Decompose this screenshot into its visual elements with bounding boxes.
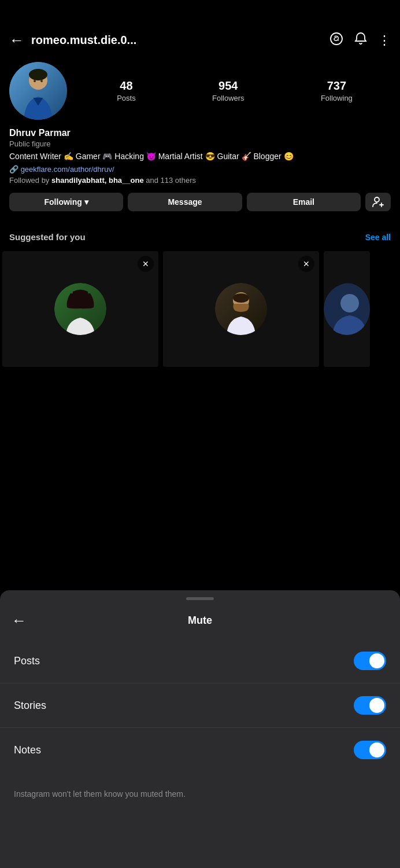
suggested-avatar-3 <box>324 283 370 335</box>
following-label: Following <box>321 94 353 102</box>
profile-name: Dhruv Parmar <box>9 128 391 138</box>
top-nav: ← romeo.must.die.0... ⋮ <box>0 25 400 55</box>
sheet-back-button[interactable]: ← <box>12 612 27 630</box>
followed-by-rest: and 113 others <box>146 176 196 185</box>
following-count: 737 <box>327 79 346 93</box>
following-button[interactable]: Following ▾ <box>9 193 123 211</box>
page-wrapper: ← romeo.must.die.0... ⋮ <box>0 0 400 868</box>
mute-posts-toggle[interactable] <box>354 652 386 670</box>
svg-point-7 <box>375 197 379 202</box>
chevron-down-icon: ▾ <box>84 197 88 207</box>
handle-bar <box>186 597 214 600</box>
back-icon[interactable]: ← <box>9 31 24 49</box>
suggested-avatar-2 <box>215 283 267 335</box>
mute-stories-row: Stories <box>0 683 400 728</box>
profile-section: 48 Posts 954 Followers 737 Following Dhr… <box>0 55 400 227</box>
mute-stories-slider <box>354 696 386 715</box>
add-person-button[interactable] <box>365 193 391 211</box>
mute-notes-slider <box>354 741 386 759</box>
mute-posts-slider <box>354 652 386 670</box>
svg-point-5 <box>34 80 36 82</box>
more-icon[interactable]: ⋮ <box>378 33 391 48</box>
notification-icon[interactable] <box>354 32 368 49</box>
suggested-card-2: ✕ <box>163 251 319 367</box>
profile-bio: Content Writer ✍️ Gamer 🎮 Hacking 😈 Mart… <box>9 150 391 163</box>
suggested-card-1-image: ✕ <box>2 251 158 367</box>
stat-followers[interactable]: 954 Followers <box>212 79 245 102</box>
avatar-image <box>9 62 67 120</box>
mute-notes-label: Notes <box>14 744 41 756</box>
following-label: Following <box>45 197 82 207</box>
threads-icon[interactable] <box>329 32 343 49</box>
mute-posts-row: Posts <box>0 639 400 683</box>
stat-posts[interactable]: 48 Posts <box>117 79 136 102</box>
mute-stories-label: Stories <box>14 700 46 712</box>
sheet-header: ← Mute <box>0 605 400 639</box>
stats: 48 Posts 954 Followers 737 Following <box>79 79 391 102</box>
suggested-card-2-image: ✕ <box>163 251 319 367</box>
status-bar <box>0 0 400 25</box>
email-button[interactable]: Email <box>247 193 361 211</box>
svg-point-12 <box>233 293 249 303</box>
mute-posts-label: Posts <box>14 655 40 667</box>
sheet-title: Mute <box>34 615 366 627</box>
message-button[interactable]: Message <box>128 193 242 211</box>
sheet-handle <box>0 590 400 605</box>
close-card-1-button[interactable]: ✕ <box>138 256 154 272</box>
svg-point-14 <box>340 294 359 312</box>
profile-header: 48 Posts 954 Followers 737 Following <box>9 62 391 120</box>
stat-following[interactable]: 737 Following <box>321 79 353 102</box>
close-card-2-button[interactable]: ✕ <box>298 256 314 272</box>
svg-point-6 <box>40 80 43 82</box>
action-buttons: Following ▾ Message Email <box>9 193 391 211</box>
svg-point-1 <box>338 39 339 41</box>
followers-label: Followers <box>212 94 245 102</box>
mute-notes-toggle[interactable] <box>354 741 386 759</box>
suggested-card-1: ✕ <box>2 251 158 367</box>
see-all-button[interactable]: See all <box>365 233 391 242</box>
profile-followed-by: Followed by shandilyabhatt, bha__one and… <box>9 176 391 185</box>
nav-icons: ⋮ <box>329 32 391 49</box>
suggested-title: Suggested for you <box>9 232 86 242</box>
suggested-avatar-1 <box>54 283 106 335</box>
posts-label: Posts <box>117 94 136 102</box>
mute-notes-row: Notes <box>0 728 400 772</box>
profile-category: Public figure <box>9 139 391 148</box>
profile-username: romeo.must.die.0... <box>31 34 323 47</box>
suggested-card-3 <box>324 251 370 367</box>
mute-stories-toggle[interactable] <box>354 696 386 715</box>
mute-disclaimer: Instagram won't let them know you muted … <box>0 772 400 816</box>
mute-bottom-sheet: ← Mute Posts Stories Notes Instagram <box>0 590 400 868</box>
suggested-row: ✕ <box>0 247 400 372</box>
svg-point-4 <box>29 69 47 80</box>
profile-link[interactable]: geekflare.com/author/dhruv/ <box>9 165 391 174</box>
svg-point-0 <box>331 33 342 45</box>
suggested-card-3-image <box>324 251 370 367</box>
avatar <box>9 62 67 120</box>
suggested-header: Suggested for you See all <box>0 227 400 247</box>
followers-count: 954 <box>218 79 238 93</box>
posts-count: 48 <box>120 79 132 93</box>
followed-by-names: shandilyabhatt, bha__one <box>51 176 144 185</box>
